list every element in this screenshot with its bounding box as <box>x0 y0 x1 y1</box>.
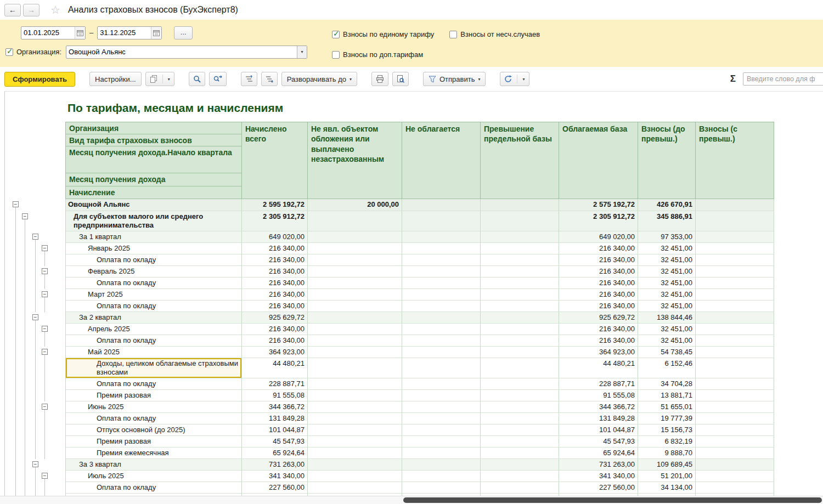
table-row[interactable]: −Для субъектов малого или среднего предп… <box>5 211 774 231</box>
value-cell[interactable] <box>481 413 559 424</box>
value-cell[interactable]: 649 020,00 <box>559 231 638 243</box>
value-cell[interactable] <box>308 436 402 448</box>
table-row[interactable]: −За 3 квартал731 263,00731 263,00109 689… <box>5 459 774 471</box>
value-cell[interactable]: 228 887,71 <box>559 378 638 390</box>
value-cell[interactable] <box>308 266 402 278</box>
row-label[interactable]: Оплата по окладу <box>65 378 242 390</box>
value-cell[interactable] <box>481 312 559 324</box>
value-cell[interactable] <box>308 459 402 471</box>
row-label[interactable]: Премия разовая <box>65 436 242 448</box>
forward-button[interactable]: → <box>23 4 40 16</box>
row-label[interactable]: Отпуск основной (до 2025) <box>65 424 242 436</box>
value-cell[interactable] <box>696 335 774 347</box>
expand-levels-button[interactable] <box>261 72 278 86</box>
value-cell[interactable]: 731 263,00 <box>559 459 638 471</box>
value-cell[interactable]: 216 340,00 <box>559 289 638 301</box>
value-cell[interactable] <box>696 266 774 278</box>
table-row[interactable]: Премия ежемесячная65 924,6465 924,649 88… <box>5 448 774 459</box>
value-cell[interactable] <box>481 401 559 413</box>
chevron-down-icon[interactable]: ▾ <box>297 46 307 58</box>
value-cell[interactable] <box>481 482 559 494</box>
value-cell[interactable]: 216 340,00 <box>559 254 638 266</box>
checkbox-additional-tariffs[interactable]: Взносы по доп.тарифам <box>332 50 423 59</box>
value-cell[interactable] <box>308 401 402 413</box>
value-cell[interactable] <box>402 231 481 243</box>
value-cell[interactable] <box>308 211 402 231</box>
row-label[interactable]: За 1 квартал <box>65 231 242 243</box>
value-cell[interactable]: 138 844,46 <box>638 312 696 324</box>
row-label[interactable]: Январь 2025 <box>65 243 242 254</box>
value-cell[interactable] <box>308 278 402 289</box>
row-label[interactable]: Доходы, целиком облагаемые страховыми вз… <box>65 358 242 378</box>
value-cell[interactable]: 216 340,00 <box>242 301 308 312</box>
value-cell[interactable] <box>481 424 559 436</box>
value-cell[interactable]: 216 340,00 <box>559 324 638 335</box>
send-button[interactable]: Отправить ▾ <box>423 72 486 86</box>
row-label[interactable]: Оплата по окладу <box>65 278 242 289</box>
value-cell[interactable]: 731 263,00 <box>242 459 308 471</box>
search-button[interactable] <box>189 72 205 86</box>
value-cell[interactable]: 345 886,91 <box>638 211 696 231</box>
organization-select[interactable]: ▾ <box>66 46 307 59</box>
value-cell[interactable] <box>402 459 481 471</box>
value-cell[interactable]: 109 689,45 <box>638 459 696 471</box>
value-cell[interactable] <box>402 378 481 390</box>
tree-collapse-toggle[interactable]: − <box>13 201 19 207</box>
value-cell[interactable]: 51 201,00 <box>638 471 696 482</box>
value-cell[interactable]: 20 000,00 <box>308 199 402 211</box>
value-cell[interactable] <box>402 347 481 358</box>
refresh-button[interactable]: ▾ <box>500 72 529 86</box>
value-cell[interactable] <box>402 358 481 378</box>
value-cell[interactable] <box>481 471 559 482</box>
value-cell[interactable] <box>402 278 481 289</box>
value-cell[interactable]: 344 366,72 <box>559 401 638 413</box>
organization-checkbox[interactable]: Организация: <box>5 48 61 56</box>
value-cell[interactable] <box>696 378 774 390</box>
checkbox-unified-tariff[interactable]: Взносы по единому тарифу <box>332 30 434 38</box>
value-cell[interactable] <box>696 347 774 358</box>
value-cell[interactable]: 44 480,21 <box>559 358 638 378</box>
quick-search-input[interactable] <box>743 72 823 86</box>
value-cell[interactable]: 2 305 912,72 <box>242 211 308 231</box>
value-cell[interactable]: 216 340,00 <box>242 324 308 335</box>
table-row[interactable]: −Январь 2025216 340,00216 340,0032 451,0… <box>5 243 774 254</box>
table-row[interactable]: Оплата по окладу216 340,00216 340,0032 4… <box>5 254 774 266</box>
value-cell[interactable] <box>308 289 402 301</box>
value-cell[interactable]: 364 923,00 <box>242 347 308 358</box>
date-to-input[interactable] <box>98 29 151 37</box>
value-cell[interactable] <box>696 448 774 459</box>
table-row[interactable]: Премия разовая45 547,9345 547,936 832,19 <box>5 436 774 448</box>
value-cell[interactable] <box>402 289 481 301</box>
checkbox-box[interactable] <box>332 31 340 38</box>
value-cell[interactable] <box>308 254 402 266</box>
value-cell[interactable] <box>481 231 559 243</box>
calendar-icon[interactable] <box>75 27 85 39</box>
row-label[interactable]: Овощной Альянс <box>65 199 242 211</box>
row-label[interactable]: Февраль 2025 <box>65 266 242 278</box>
tree-collapse-toggle[interactable]: − <box>32 234 38 240</box>
value-cell[interactable]: 65 924,64 <box>559 448 638 459</box>
row-label[interactable]: Июль 2025 <box>65 471 242 482</box>
row-label[interactable]: Оплата по окладу <box>65 301 242 312</box>
value-cell[interactable] <box>402 199 481 211</box>
value-cell[interactable] <box>481 448 559 459</box>
value-cell[interactable] <box>696 211 774 231</box>
value-cell[interactable]: 32 451,00 <box>638 301 696 312</box>
value-cell[interactable] <box>481 390 559 401</box>
value-cell[interactable] <box>308 413 402 424</box>
value-cell[interactable]: 32 451,00 <box>638 254 696 266</box>
table-row[interactable]: −Апрель 2025216 340,00216 340,0032 451,0… <box>5 324 774 335</box>
tree-collapse-toggle[interactable]: − <box>42 473 48 479</box>
value-cell[interactable]: 216 340,00 <box>559 266 638 278</box>
table-row[interactable]: Доходы, целиком облагаемые страховыми вз… <box>5 358 774 378</box>
row-label[interactable]: Июнь 2025 <box>65 401 242 413</box>
value-cell[interactable]: 216 340,00 <box>559 335 638 347</box>
value-cell[interactable] <box>308 324 402 335</box>
table-row[interactable]: Оплата по окладу227 560,00227 560,0034 1… <box>5 482 774 494</box>
row-label[interactable]: Апрель 2025 <box>65 324 242 335</box>
value-cell[interactable] <box>308 231 402 243</box>
value-cell[interactable]: 34 704,28 <box>638 378 696 390</box>
value-cell[interactable] <box>696 401 774 413</box>
value-cell[interactable] <box>696 436 774 448</box>
value-cell[interactable] <box>402 424 481 436</box>
